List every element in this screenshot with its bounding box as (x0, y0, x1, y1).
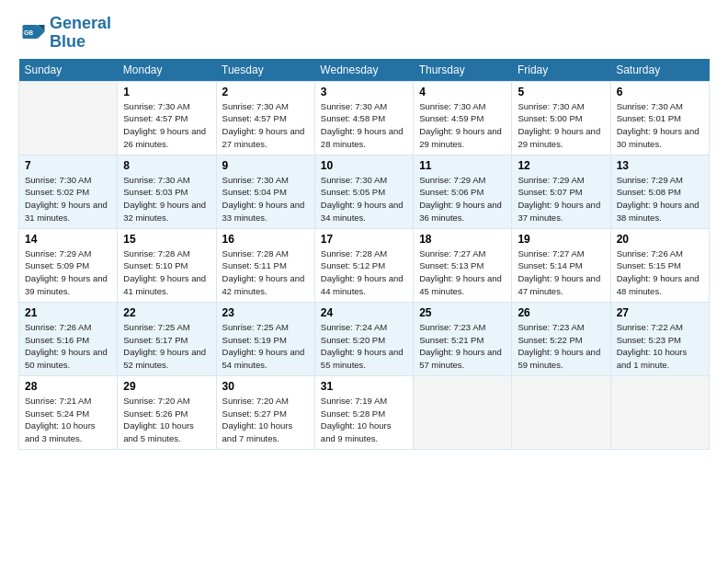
header-day-sunday: Sunday (19, 59, 118, 82)
calendar-cell: 21Sunrise: 7:26 AMSunset: 5:16 PMDayligh… (19, 302, 118, 375)
cell-content: Sunrise: 7:30 AMSunset: 5:02 PMDaylight:… (25, 174, 111, 224)
calendar-cell: 12Sunrise: 7:29 AMSunset: 5:07 PMDayligh… (512, 155, 610, 228)
week-row-5: 28Sunrise: 7:21 AMSunset: 5:24 PMDayligh… (19, 375, 710, 449)
cell-content: Sunrise: 7:28 AMSunset: 5:11 PMDaylight:… (222, 247, 309, 298)
calendar-cell: 14Sunrise: 7:29 AMSunset: 5:09 PMDayligh… (19, 228, 118, 302)
day-number: 14 (25, 233, 111, 246)
header: GB General Blue (18, 15, 710, 52)
day-number: 28 (25, 380, 111, 393)
week-row-3: 14Sunrise: 7:29 AMSunset: 5:09 PMDayligh… (19, 228, 710, 302)
day-number: 3 (321, 86, 407, 98)
logo: GB General Blue (18, 15, 111, 52)
cell-content: Sunrise: 7:28 AMSunset: 5:10 PMDaylight:… (123, 247, 210, 298)
cell-content: Sunrise: 7:30 AMSunset: 4:59 PMDaylight:… (419, 100, 506, 151)
calendar-cell: 15Sunrise: 7:28 AMSunset: 5:10 PMDayligh… (118, 228, 216, 302)
calendar-cell (512, 375, 610, 449)
day-number: 31 (321, 380, 407, 393)
day-number: 13 (617, 159, 703, 172)
day-number: 23 (222, 306, 309, 319)
calendar-cell: 27Sunrise: 7:22 AMSunset: 5:23 PMDayligh… (610, 302, 709, 375)
cell-content: Sunrise: 7:22 AMSunset: 5:23 PMDaylight:… (617, 321, 703, 372)
day-number: 4 (419, 86, 506, 98)
day-number: 6 (617, 86, 703, 98)
header-day-friday: Friday (512, 59, 610, 82)
calendar-cell: 24Sunrise: 7:24 AMSunset: 5:20 PMDayligh… (314, 302, 413, 375)
calendar-cell: 29Sunrise: 7:20 AMSunset: 5:26 PMDayligh… (118, 375, 216, 449)
calendar-cell: 10Sunrise: 7:30 AMSunset: 5:05 PMDayligh… (314, 155, 413, 228)
day-number: 26 (518, 306, 604, 319)
cell-content: Sunrise: 7:26 AMSunset: 5:16 PMDaylight:… (25, 321, 111, 372)
day-number: 27 (617, 306, 703, 319)
day-number: 7 (25, 159, 111, 172)
page: GB General Blue SundayMondayTuesdayWedne… (0, 0, 728, 563)
cell-content: Sunrise: 7:23 AMSunset: 5:22 PMDaylight:… (518, 321, 604, 372)
day-number: 10 (321, 159, 407, 172)
day-number: 24 (321, 306, 407, 319)
cell-content: Sunrise: 7:27 AMSunset: 5:13 PMDaylight:… (419, 247, 506, 298)
day-number: 17 (321, 233, 407, 246)
cell-content: Sunrise: 7:26 AMSunset: 5:15 PMDaylight:… (617, 247, 703, 298)
calendar-cell: 20Sunrise: 7:26 AMSunset: 5:15 PMDayligh… (610, 228, 709, 302)
cell-content: Sunrise: 7:23 AMSunset: 5:21 PMDaylight:… (419, 321, 506, 372)
header-day-wednesday: Wednesday (314, 59, 413, 82)
calendar-cell: 6Sunrise: 7:30 AMSunset: 5:01 PMDaylight… (610, 81, 709, 155)
header-row: SundayMondayTuesdayWednesdayThursdayFrid… (19, 59, 710, 82)
day-number: 21 (25, 306, 111, 319)
day-number: 2 (222, 86, 309, 98)
cell-content: Sunrise: 7:29 AMSunset: 5:08 PMDaylight:… (617, 174, 703, 224)
week-row-2: 7Sunrise: 7:30 AMSunset: 5:02 PMDaylight… (19, 155, 710, 228)
calendar-cell: 18Sunrise: 7:27 AMSunset: 5:13 PMDayligh… (414, 228, 512, 302)
day-number: 12 (518, 159, 604, 172)
calendar-cell: 23Sunrise: 7:25 AMSunset: 5:19 PMDayligh… (216, 302, 314, 375)
calendar-cell (414, 375, 512, 449)
cell-content: Sunrise: 7:30 AMSunset: 4:57 PMDaylight:… (123, 100, 210, 151)
cell-content: Sunrise: 7:28 AMSunset: 5:12 PMDaylight:… (321, 247, 407, 298)
day-number: 5 (518, 86, 604, 98)
header-day-monday: Monday (118, 59, 216, 82)
cell-content: Sunrise: 7:30 AMSunset: 4:58 PMDaylight:… (321, 100, 407, 151)
cell-content: Sunrise: 7:30 AMSunset: 5:05 PMDaylight:… (321, 174, 407, 224)
cell-content: Sunrise: 7:19 AMSunset: 5:28 PMDaylight:… (321, 395, 407, 445)
calendar-cell: 16Sunrise: 7:28 AMSunset: 5:11 PMDayligh… (216, 228, 314, 302)
cell-content: Sunrise: 7:27 AMSunset: 5:14 PMDaylight:… (518, 247, 604, 298)
cell-content: Sunrise: 7:24 AMSunset: 5:20 PMDaylight:… (321, 321, 407, 372)
header-day-tuesday: Tuesday (216, 59, 314, 82)
day-number: 18 (419, 233, 506, 246)
calendar-cell: 13Sunrise: 7:29 AMSunset: 5:08 PMDayligh… (610, 155, 709, 228)
calendar-cell: 26Sunrise: 7:23 AMSunset: 5:22 PMDayligh… (512, 302, 610, 375)
calendar-cell: 1Sunrise: 7:30 AMSunset: 4:57 PMDaylight… (118, 81, 216, 155)
cell-content: Sunrise: 7:30 AMSunset: 5:00 PMDaylight:… (518, 100, 604, 151)
calendar-cell: 17Sunrise: 7:28 AMSunset: 5:12 PMDayligh… (314, 228, 413, 302)
calendar-table: SundayMondayTuesdayWednesdayThursdayFrid… (18, 59, 710, 450)
calendar-cell: 5Sunrise: 7:30 AMSunset: 5:00 PMDaylight… (512, 81, 610, 155)
calendar-cell: 28Sunrise: 7:21 AMSunset: 5:24 PMDayligh… (19, 375, 118, 449)
cell-content: Sunrise: 7:25 AMSunset: 5:19 PMDaylight:… (222, 321, 309, 372)
calendar-cell: 8Sunrise: 7:30 AMSunset: 5:03 PMDaylight… (118, 155, 216, 228)
calendar-cell: 31Sunrise: 7:19 AMSunset: 5:28 PMDayligh… (314, 375, 413, 449)
cell-content: Sunrise: 7:20 AMSunset: 5:26 PMDaylight:… (123, 395, 210, 445)
cell-content: Sunrise: 7:20 AMSunset: 5:27 PMDaylight:… (222, 395, 309, 445)
day-number: 9 (222, 159, 309, 172)
cell-content: Sunrise: 7:25 AMSunset: 5:17 PMDaylight:… (123, 321, 210, 372)
week-row-1: 1Sunrise: 7:30 AMSunset: 4:57 PMDaylight… (19, 81, 710, 155)
day-number: 22 (123, 306, 210, 319)
cell-content: Sunrise: 7:30 AMSunset: 4:57 PMDaylight:… (222, 100, 309, 151)
day-number: 30 (222, 380, 309, 393)
calendar-cell (610, 375, 709, 449)
cell-content: Sunrise: 7:30 AMSunset: 5:04 PMDaylight:… (222, 174, 309, 224)
day-number: 15 (123, 233, 210, 246)
calendar-cell: 9Sunrise: 7:30 AMSunset: 5:04 PMDaylight… (216, 155, 314, 228)
cell-content: Sunrise: 7:29 AMSunset: 5:06 PMDaylight:… (419, 174, 506, 224)
cell-content: Sunrise: 7:30 AMSunset: 5:01 PMDaylight:… (617, 100, 703, 151)
calendar-cell: 3Sunrise: 7:30 AMSunset: 4:58 PMDaylight… (314, 81, 413, 155)
header-day-thursday: Thursday (414, 59, 512, 82)
cell-content: Sunrise: 7:21 AMSunset: 5:24 PMDaylight:… (25, 395, 111, 445)
cell-content: Sunrise: 7:29 AMSunset: 5:07 PMDaylight:… (518, 174, 604, 224)
calendar-cell: 7Sunrise: 7:30 AMSunset: 5:02 PMDaylight… (19, 155, 118, 228)
week-row-4: 21Sunrise: 7:26 AMSunset: 5:16 PMDayligh… (19, 302, 710, 375)
day-number: 25 (419, 306, 506, 319)
day-number: 19 (518, 233, 604, 246)
logo-text: General Blue (50, 15, 111, 52)
day-number: 29 (123, 380, 210, 393)
day-number: 11 (419, 159, 506, 172)
